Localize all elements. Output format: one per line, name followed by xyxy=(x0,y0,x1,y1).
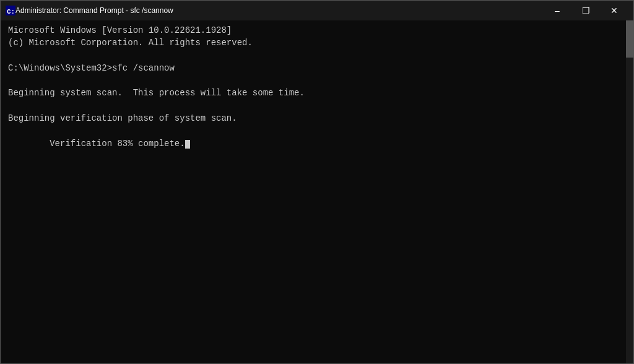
close-button[interactable]: ✕ xyxy=(600,1,628,20)
cmd-window: C:\ Administrator: Command Prompt - sfc … xyxy=(0,0,634,364)
minimize-button[interactable]: – xyxy=(543,1,571,20)
window-title: Administrator: Command Prompt - sfc /sca… xyxy=(15,6,543,15)
terminal-output: Microsoft Windows [Version 10.0.22621.19… xyxy=(8,24,626,162)
terminal-line: (c) Microsoft Corporation. All rights re… xyxy=(8,37,626,49)
terminal-current-line: Verification 83% complete. xyxy=(8,124,626,162)
terminal-body[interactable]: Microsoft Windows [Version 10.0.22621.19… xyxy=(1,20,633,363)
scrollbar[interactable] xyxy=(626,20,633,363)
cmd-icon: C:\ xyxy=(6,6,15,15)
svg-text:C:\: C:\ xyxy=(7,8,15,15)
terminal-line xyxy=(8,74,626,87)
terminal-line xyxy=(8,50,626,62)
scrollbar-thumb[interactable] xyxy=(626,20,633,58)
terminal-line: Microsoft Windows [Version 10.0.22621.19… xyxy=(8,24,626,37)
window-controls: – ❐ ✕ xyxy=(543,1,628,20)
terminal-line xyxy=(8,100,626,112)
terminal-line: Beginning verification phase of system s… xyxy=(8,112,626,124)
terminal-line: Beginning system scan. This process will… xyxy=(8,87,626,99)
title-bar: C:\ Administrator: Command Prompt - sfc … xyxy=(1,1,633,20)
maximize-button[interactable]: ❐ xyxy=(571,1,600,20)
terminal-line: C:\Windows\System32>sfc /scannow xyxy=(8,62,626,74)
cursor xyxy=(185,140,190,149)
